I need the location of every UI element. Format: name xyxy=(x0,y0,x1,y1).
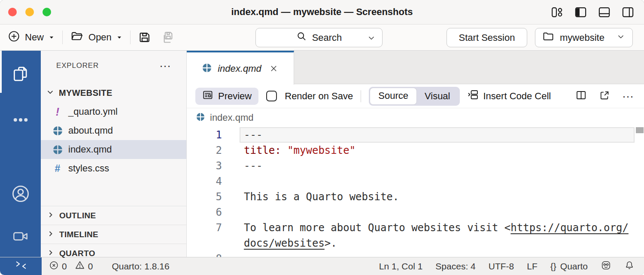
open-button-label: Open xyxy=(88,32,112,43)
video-camera-icon xyxy=(12,228,29,247)
toggle-left-sidebar-icon[interactable] xyxy=(574,6,587,19)
chevron-right-icon xyxy=(46,211,55,221)
language-mode-button[interactable]: {} Quarto xyxy=(550,261,588,272)
toolbar-separator xyxy=(62,31,63,44)
activity-bar xyxy=(0,51,41,257)
editor-scrollbar[interactable] xyxy=(636,127,644,133)
insert-code-cell-button[interactable]: Insert Code Cell xyxy=(468,89,551,103)
explorer-view-button[interactable] xyxy=(0,64,41,85)
screen-recorder-button[interactable] xyxy=(0,228,41,247)
file-row-about-qmd[interactable]: about.qmd xyxy=(41,121,186,140)
more-views-button[interactable] xyxy=(0,111,41,131)
workspace-switcher-button[interactable]: mywebsite xyxy=(535,28,633,47)
visual-mode-button[interactable]: Visual xyxy=(416,88,459,104)
quarto-version-button[interactable]: Quarto: 1.8.16 xyxy=(112,261,169,272)
explorer-title: EXPLORER xyxy=(56,61,99,70)
sidebar-section-quarto[interactable]: QUARTO xyxy=(41,244,186,263)
indentation-button[interactable]: Spaces: 4 xyxy=(435,261,475,272)
caret-down-icon xyxy=(116,32,122,43)
preview-button[interactable]: Preview xyxy=(195,88,258,105)
link-token[interactable]: https://quarto.org/ xyxy=(510,222,629,234)
file-row-index-qmd[interactable]: index.qmd xyxy=(41,140,186,159)
app-window: index.qmd — mywebsite — Screenshots xyxy=(0,0,644,275)
toolbar-separator xyxy=(130,31,131,44)
tab-bar: index.qmd xyxy=(187,51,644,84)
breadcrumb[interactable]: index.qmd xyxy=(187,108,644,127)
file-row-quarto-yml[interactable]: ! _quarto.yml xyxy=(41,102,186,121)
render-on-save-checkbox[interactable] xyxy=(266,91,277,101)
code-line: 5 This is a Quarto website. xyxy=(187,189,644,205)
insert-code-cell-icon xyxy=(468,89,479,103)
account-button[interactable] xyxy=(0,184,41,205)
zoom-window-button[interactable] xyxy=(43,8,51,16)
notifications-bell-icon[interactable] xyxy=(624,260,635,272)
files-icon xyxy=(11,64,30,85)
line-number: 8 xyxy=(187,253,222,257)
search-label: Search xyxy=(312,32,342,43)
code-token: --- xyxy=(244,160,262,172)
render-on-save-label: Render on Save xyxy=(285,91,353,102)
new-button-label: New xyxy=(25,32,44,43)
feedback-icon[interactable] xyxy=(601,260,611,273)
encoding-button[interactable]: UTF-8 xyxy=(489,261,514,272)
save-all-button[interactable] xyxy=(161,31,175,45)
insert-code-cell-label: Insert Code Cell xyxy=(483,91,551,102)
file-name: index.qmd xyxy=(68,144,112,155)
tab-label: index.qmd xyxy=(218,63,261,74)
minimize-window-button[interactable] xyxy=(25,8,34,16)
open-button[interactable]: Open xyxy=(70,30,122,46)
code-line: 4 xyxy=(187,174,644,189)
css-icon: # xyxy=(52,163,63,174)
workspace-root-folder[interactable]: MYWEBSITE xyxy=(41,83,186,102)
cursor-position-button[interactable]: Ln 1, Col 1 xyxy=(379,261,423,272)
folder-icon xyxy=(542,31,554,45)
editor-toolbar: Preview Render on Save Source Visual xyxy=(187,84,644,108)
file-name: _quarto.yml xyxy=(68,106,118,117)
toggle-right-sidebar-icon[interactable] xyxy=(621,6,635,19)
customize-layout-icon[interactable] xyxy=(550,6,564,19)
chevron-down-icon xyxy=(616,32,626,44)
caret-down-icon xyxy=(49,32,55,43)
close-window-button[interactable] xyxy=(8,8,17,16)
window-title: index.qmd — mywebsite — Screenshots xyxy=(231,6,413,18)
open-in-new-window-icon[interactable] xyxy=(599,90,610,103)
start-session-button[interactable]: Start Session xyxy=(447,28,527,47)
link-token[interactable]: docs/websites xyxy=(244,237,325,249)
section-label: TIMELINE xyxy=(59,230,98,239)
more-actions-button[interactable]: ··· xyxy=(622,94,634,98)
code-token: --- xyxy=(244,129,262,141)
remote-indicator-button[interactable] xyxy=(0,257,42,275)
chevron-down-icon xyxy=(46,87,55,98)
close-tab-icon[interactable] xyxy=(269,64,278,73)
tab-index-qmd[interactable]: index.qmd xyxy=(187,51,294,85)
search-icon xyxy=(296,31,307,44)
traffic-lights xyxy=(8,8,51,16)
sidebar-section-timeline[interactable]: TIMELINE xyxy=(41,225,186,244)
sidebar-section-outline[interactable]: OUTLINE xyxy=(41,206,186,225)
eol-button[interactable]: LF xyxy=(527,261,538,272)
new-button[interactable]: New xyxy=(8,30,55,45)
code-line: 3 --- xyxy=(187,158,644,174)
chevron-down-icon[interactable] xyxy=(367,33,376,45)
split-editor-icon[interactable] xyxy=(575,89,587,103)
preview-icon xyxy=(202,89,213,103)
workspace-label: mywebsite xyxy=(560,32,605,43)
save-button[interactable] xyxy=(138,31,152,44)
line-number: 1 xyxy=(187,129,222,141)
code-line: 2 title: "mywebsite" xyxy=(187,143,644,158)
toolbar-separator xyxy=(361,90,361,102)
error-count: 0 xyxy=(62,261,67,272)
explorer-more-actions-button[interactable]: ··· xyxy=(159,64,171,68)
code-editor[interactable]: 1 --- 2 title: "mywebsite" 3 --- 4 5 xyxy=(187,127,644,257)
source-visual-toggle: Source Visual xyxy=(369,87,459,106)
file-row-styles-css[interactable]: # styles.css xyxy=(41,159,186,178)
line-number: 6 xyxy=(187,206,222,218)
start-session-label: Start Session xyxy=(459,32,515,43)
editor-group: index.qmd xyxy=(187,51,644,257)
account-icon xyxy=(11,184,30,205)
toggle-bottom-panel-icon[interactable] xyxy=(598,6,611,19)
code-token: >. xyxy=(325,237,337,249)
source-mode-button[interactable]: Source xyxy=(370,88,416,104)
search-input[interactable]: Search xyxy=(255,28,383,47)
code-line: 7 To learn more about Quarto websites vi… xyxy=(187,220,644,235)
